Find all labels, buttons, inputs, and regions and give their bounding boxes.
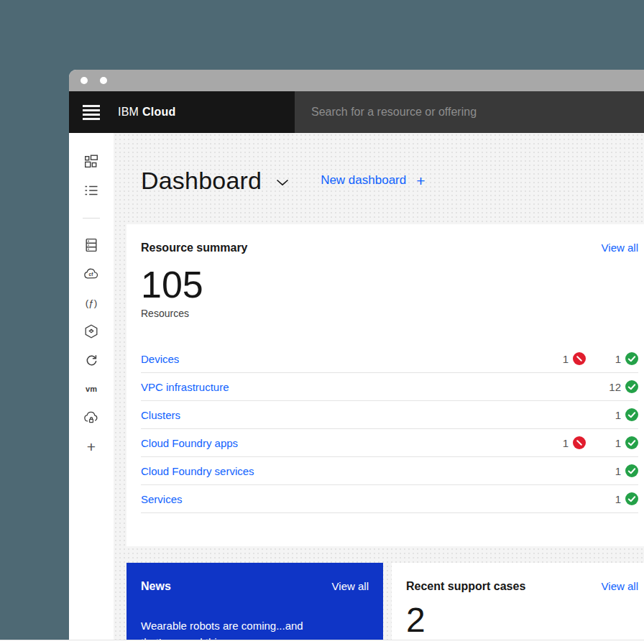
add-icon: + — [87, 439, 96, 454]
resource-category-link[interactable]: Cloud Foundry apps — [141, 437, 535, 449]
window-dot — [100, 77, 107, 84]
resource-row: Devices11 — [141, 345, 638, 373]
sync-icon — [84, 353, 98, 367]
support-head: Recent support cases View all — [406, 580, 638, 593]
error-count: 1 — [563, 353, 569, 365]
list-icon — [84, 183, 98, 198]
resource-summary-title: Resource summary — [141, 242, 248, 254]
support-cases-card: Recent support cases View all 2 — [392, 563, 644, 640]
bottom-cards: News View all Wearable robots are coming… — [126, 563, 644, 640]
resource-category-link[interactable]: Cloud Foundry services — [141, 465, 535, 477]
resource-summary-head: Resource summary View all — [141, 242, 638, 254]
ok-stat: 1 — [586, 352, 638, 365]
global-search — [295, 91, 644, 133]
news-view-all[interactable]: View all — [332, 580, 369, 592]
svg-text:cf: cf — [89, 272, 94, 277]
ok-count: 1 — [615, 409, 621, 421]
chevron-down-icon — [276, 179, 289, 186]
ok-stat: 1 — [586, 464, 638, 477]
marketing-backdrop: IBMCloud cf(ƒ)vm+ Dashboard New dashboar… — [0, 0, 644, 640]
new-dashboard-label: New dashboard — [321, 173, 406, 188]
error-icon — [573, 352, 586, 365]
svg-text:(ƒ): (ƒ) — [86, 298, 98, 308]
cloud-foundry-icon: cf — [83, 267, 99, 280]
plus-icon: + — [416, 173, 425, 188]
hamburger-icon — [83, 105, 100, 120]
ok-count: 1 — [615, 465, 621, 477]
success-icon — [625, 408, 638, 421]
success-icon — [625, 380, 638, 393]
sidebar-item-sync[interactable] — [69, 346, 114, 374]
app-header: IBMCloud — [69, 91, 644, 133]
sidebar-item-apps[interactable] — [69, 147, 114, 176]
brand-name: Cloud — [142, 106, 175, 118]
ok-stat: 1 — [586, 492, 638, 505]
dashboard-content: Dashboard New dashboard + Resource summa… — [114, 133, 644, 640]
error-count: 1 — [563, 437, 569, 449]
resource-row: Cloud Foundry services1 — [141, 457, 638, 485]
ok-count: 1 — [615, 437, 621, 449]
resource-summary-view-all[interactable]: View all — [602, 242, 638, 254]
resource-total-label: Resources — [141, 308, 638, 319]
ok-count: 1 — [615, 353, 621, 365]
window-body: cf(ƒ)vm+ Dashboard New dashboard + Resou… — [69, 133, 644, 640]
success-icon — [625, 352, 638, 365]
resource-summary-card: Resource summary View all 105 Resources … — [126, 224, 644, 546]
menu-button[interactable] — [69, 91, 114, 133]
news-title: News — [141, 580, 171, 593]
page-title: Dashboard — [141, 167, 262, 195]
dashboard-switcher[interactable] — [276, 179, 289, 186]
resource-row: Cloud Foundry apps11 — [141, 429, 638, 457]
error-stat: 1 — [535, 436, 586, 449]
support-open-count: 2 — [406, 603, 638, 638]
functions-icon: (ƒ) — [84, 295, 98, 310]
news-card: News View all Wearable robots are coming… — [126, 563, 383, 640]
kubernetes-icon — [84, 324, 98, 339]
resource-row: VPC infrastructure12 — [141, 373, 638, 401]
resource-category-link[interactable]: VPC infrastructure — [141, 381, 535, 393]
brand-prefix: IBM — [118, 106, 139, 118]
sidebar-item-functions[interactable]: (ƒ) — [69, 288, 114, 317]
resource-category-link[interactable]: Clusters — [141, 409, 535, 421]
resource-category-link[interactable]: Devices — [141, 353, 535, 365]
success-icon — [625, 464, 638, 477]
resource-total: 105 — [141, 266, 638, 303]
resource-rows: Devices11VPC infrastructure12Clusters1Cl… — [141, 345, 638, 513]
ok-count: 1 — [615, 493, 621, 505]
ok-stat: 12 — [586, 380, 638, 393]
sidebar-item-infrastructure[interactable] — [69, 231, 114, 259]
page-head: Dashboard New dashboard + — [141, 166, 644, 195]
news-head: News View all — [141, 580, 369, 593]
support-view-all[interactable]: View all — [602, 580, 638, 592]
apps-icon — [84, 155, 98, 169]
new-dashboard-button[interactable]: New dashboard + — [321, 173, 425, 188]
browser-window: IBMCloud cf(ƒ)vm+ Dashboard New dashboar… — [69, 70, 644, 640]
ok-stat: 1 — [586, 436, 638, 449]
cloud-lock-icon — [83, 411, 99, 425]
sidebar-item-cloud-foundry[interactable]: cf — [69, 259, 114, 288]
brand: IBMCloud — [118, 106, 175, 119]
window-titlebar — [69, 70, 644, 91]
vm-icon: vm — [86, 385, 97, 393]
infrastructure-icon — [84, 238, 98, 252]
success-icon — [625, 492, 638, 505]
ok-stat: 1 — [586, 408, 638, 421]
error-stat: 1 — [535, 352, 586, 365]
sidebar-item-kubernetes[interactable] — [69, 317, 114, 346]
error-icon — [573, 436, 586, 449]
side-nav: cf(ƒ)vm+ — [69, 133, 114, 640]
sidebar-item-list[interactable] — [69, 176, 114, 205]
window-dot — [80, 77, 88, 84]
sidebar-item-cloud-lock[interactable] — [69, 403, 114, 432]
support-title: Recent support cases — [406, 580, 525, 593]
ok-count: 12 — [609, 381, 621, 393]
sidebar-item-add[interactable]: + — [69, 432, 114, 461]
resource-category-link[interactable]: Services — [141, 493, 535, 505]
resource-row: Clusters1 — [141, 401, 638, 429]
search-input[interactable] — [310, 105, 644, 119]
success-icon — [625, 436, 638, 449]
resource-row: Services1 — [141, 485, 638, 513]
sidebar-item-vm[interactable]: vm — [69, 374, 114, 403]
sidebar-divider — [69, 205, 114, 231]
news-headline-link[interactable]: Wearable robots are coming...and that’s … — [141, 617, 322, 640]
